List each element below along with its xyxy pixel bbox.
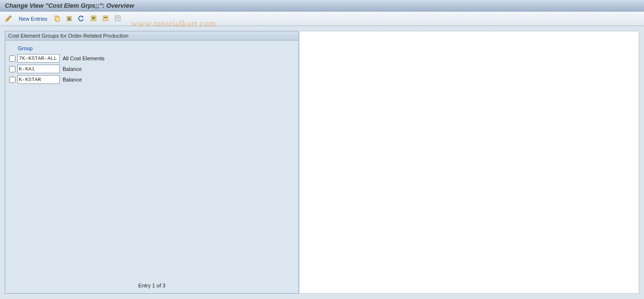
- delete-button[interactable]: [65, 14, 74, 24]
- row-select-checkbox[interactable]: [9, 66, 15, 72]
- application-toolbar: New Entries: [0, 12, 644, 26]
- select-block-button[interactable]: [101, 14, 110, 24]
- svg-rect-8: [104, 18, 107, 19]
- group-description: All Cost Elements: [62, 55, 105, 61]
- undo-button[interactable]: [77, 14, 86, 24]
- column-header-group[interactable]: Group: [8, 43, 295, 53]
- deselect-all-button[interactable]: [113, 14, 122, 24]
- new-entries-button[interactable]: New Entries: [19, 16, 47, 22]
- svg-rect-7: [104, 17, 107, 18]
- select-all-button[interactable]: [89, 14, 98, 24]
- panel-title: Cost Element Groups for Order-Related Pr…: [5, 31, 298, 41]
- svg-rect-11: [116, 18, 119, 19]
- svg-rect-6: [103, 16, 108, 21]
- pencil-icon: [5, 14, 13, 23]
- svg-rect-5: [92, 18, 95, 19]
- table-row: Balance: [8, 74, 295, 85]
- page-title: Change View "Cost Elem Grps;;": Overview: [5, 2, 134, 9]
- table-row: All Cost Elements: [8, 53, 295, 64]
- select-block-icon: [102, 14, 109, 23]
- right-blank-area: [300, 31, 639, 294]
- row-select-checkbox[interactable]: [9, 77, 15, 83]
- row-select-checkbox[interactable]: [9, 55, 15, 62]
- table-row: Balance: [8, 64, 295, 74]
- svg-rect-3: [91, 16, 96, 21]
- toggle-change-button[interactable]: [4, 14, 13, 24]
- entry-counter: Entry 1 of 3: [5, 280, 298, 293]
- svg-rect-1: [56, 17, 59, 21]
- group-description: Balance: [62, 77, 82, 82]
- delete-icon: [66, 14, 73, 23]
- svg-rect-4: [92, 17, 95, 18]
- svg-rect-10: [116, 17, 119, 18]
- svg-rect-0: [55, 16, 58, 20]
- svg-rect-2: [67, 16, 71, 21]
- group-code-input[interactable]: [17, 75, 60, 84]
- group-code-input[interactable]: [17, 65, 60, 73]
- copy-button[interactable]: [53, 14, 62, 24]
- group-description: Balance: [62, 66, 82, 72]
- select-all-icon: [90, 14, 97, 23]
- undo-icon: [78, 14, 85, 23]
- copy-icon: [54, 14, 61, 23]
- table-body: Group All Cost Elements Balance Balance: [5, 41, 298, 280]
- group-code-input[interactable]: [17, 54, 60, 63]
- table-panel: Cost Element Groups for Order-Related Pr…: [5, 31, 299, 294]
- deselect-all-icon: [114, 14, 121, 23]
- content-area: Cost Element Groups for Order-Related Pr…: [0, 26, 644, 299]
- title-bar: Change View "Cost Elem Grps;;": Overview: [0, 0, 644, 12]
- svg-rect-9: [115, 16, 120, 21]
